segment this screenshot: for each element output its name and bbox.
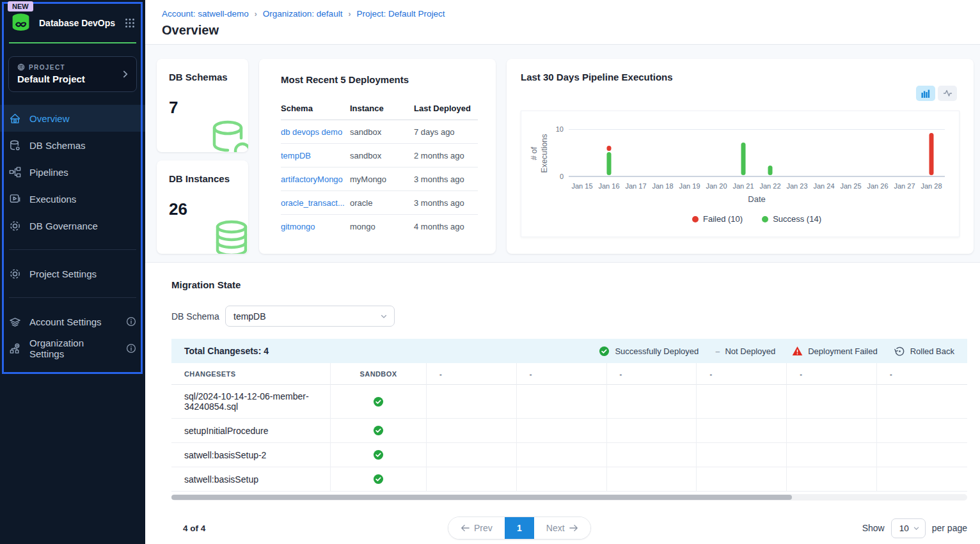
sidebar-item-db-governance[interactable]: DB Governance (0, 212, 145, 239)
changeset-empty-cell (607, 419, 697, 443)
bar-chart-toggle-icon[interactable] (916, 86, 935, 101)
next-page-button[interactable]: Next (534, 517, 590, 539)
sidebar-item-label: Account Settings (29, 316, 102, 327)
chart-x-tick-labels: Jan 15Jan 16Jan 17Jan 18Jan 19Jan 20Jan … (569, 182, 945, 190)
sidebar-item-label: Executions (29, 194, 76, 205)
governance-icon (9, 220, 21, 232)
legend-dot-icon (692, 216, 699, 222)
prev-page-button[interactable]: Prev (448, 517, 505, 539)
col-last-deployed: Last Deployed (414, 104, 478, 113)
play-icon (9, 193, 21, 205)
recent-deployments-card: Most Recent 5 Deployments Schema Instanc… (259, 59, 496, 254)
deployment-instance: mongo (350, 222, 414, 231)
breadcrumb-separator-icon: › (348, 10, 351, 19)
chart-bar-slot-jan-22 (757, 129, 784, 176)
info-icon[interactable] (126, 343, 136, 354)
chart-legend-item: Failed (10) (692, 214, 743, 224)
db-schema-filter-row: DB Schema tempDB (171, 306, 967, 327)
changeset-empty-cell (427, 467, 517, 492)
apps-grid-icon[interactable] (125, 18, 135, 28)
breadcrumb-organization-link[interactable]: Organization: default (263, 9, 343, 19)
y-tick-0: 0 (560, 173, 564, 180)
info-icon[interactable] (126, 316, 136, 327)
overview-cards-zone: DB Schemas 7 DB Instances 26 (145, 45, 980, 262)
chart-bar-slot-jan-24 (810, 129, 837, 176)
sidebar-item-label: DB Schemas (29, 140, 86, 151)
deployment-row: artifactoryMongomyMongo3 months ago (281, 167, 478, 191)
check-icon (373, 425, 384, 436)
chart-bar-slot-jan-17 (622, 129, 649, 176)
y-tick-10: 10 (556, 125, 564, 133)
page-number-button[interactable]: 1 (505, 517, 534, 539)
sidebar-item-organization-settings[interactable]: Organization Settings (0, 335, 145, 362)
migration-state-title: Migration State (171, 279, 967, 290)
changeset-row: sql/2024-10-14-12-06-member-34240854.sql (171, 385, 967, 419)
new-badge: NEW (8, 1, 33, 12)
sidebar-item-project-settings[interactable]: Project Settings (0, 260, 145, 287)
deployment-schema-link[interactable]: db devops demo (281, 127, 350, 137)
changesets-column-header: - (877, 363, 967, 385)
changesets-table: CHANGESETSSANDBOX------ sql/2024-10-14-1… (171, 363, 967, 492)
database-stack-icon (209, 218, 248, 254)
changeset-empty-cell (517, 467, 607, 492)
chart-bar-slot-jan-23 (784, 129, 810, 176)
db-schemas-card-title: DB Schemas (169, 72, 248, 82)
sidebar-item-db-schemas[interactable]: DB Schemas (0, 132, 145, 159)
check-icon (373, 449, 384, 460)
chart-bar-slot-jan-27 (891, 129, 918, 176)
db-schemas-card: DB Schemas 7 (157, 59, 248, 152)
changeset-empty-cell (787, 443, 877, 467)
chevron-down-icon (380, 313, 388, 320)
changeset-name: sql/2024-10-14-12-06-member-34240854.sql (171, 385, 331, 419)
col-instance: Instance (350, 104, 414, 113)
sidebar-nav-secondary: Project Settings (0, 260, 145, 287)
sidebar-item-overview[interactable]: Overview (0, 105, 145, 132)
deployment-schema-link[interactable]: artifactoryMongo (281, 175, 350, 184)
changeset-name: satwell:basisSetup-2 (171, 443, 331, 467)
project-selector[interactable]: PROJECT Default Project (8, 56, 137, 92)
changeset-empty-cell (697, 443, 787, 467)
main-content: Account: satwell-demo › Organization: de… (145, 0, 980, 544)
breadcrumb-project-link[interactable]: Project: Default Project (356, 9, 445, 19)
chart-bar-slot-jan-26 (864, 129, 891, 176)
bar-segment-failed (607, 146, 612, 150)
deployment-instance: sandbox (350, 151, 414, 160)
x-tick-label: Jan 26 (864, 182, 891, 190)
line-chart-toggle-icon[interactable] (938, 86, 957, 101)
changeset-name: setupInitialProcedure (171, 419, 331, 443)
x-axis-title: Date (569, 194, 945, 204)
chevron-down-icon (913, 525, 920, 532)
sidebar-item-pipelines[interactable]: Pipelines (0, 159, 145, 185)
header-accent-rule (9, 42, 136, 43)
page-size-select[interactable]: 10 (891, 518, 926, 538)
deployment-schema-link[interactable]: oracle_transact... (281, 198, 350, 208)
deployment-schema-link[interactable]: tempDB (281, 151, 350, 160)
horizontal-scrollbar-thumb[interactable] (171, 495, 792, 500)
changeset-row: satwell:basisSetup (171, 467, 967, 492)
changesets-column-header: CHANGESETS (171, 363, 331, 385)
changesets-column-header: - (697, 363, 787, 385)
page-title: Overview (162, 23, 980, 38)
deployment-row: tempDBsandbox2 months ago (281, 144, 478, 167)
chart-bar-slot-jan-16 (596, 129, 622, 176)
deployment-schema-link[interactable]: gitmongo (281, 222, 350, 231)
deployment-last-deployed: 4 months ago (414, 222, 478, 231)
x-tick-label: Jan 24 (810, 182, 837, 190)
page-header: Account: satwell-demo › Organization: de… (145, 0, 980, 45)
x-tick-label: Jan 23 (784, 182, 810, 190)
bar-segment-success (768, 166, 773, 175)
page-size-value: 10 (899, 524, 909, 533)
db-schema-select[interactable]: tempDB (225, 306, 395, 327)
col-schema: Schema (281, 104, 350, 113)
gear-icon (9, 268, 21, 280)
sidebar-item-account-settings[interactable]: Account Settings (0, 308, 145, 335)
breadcrumb-account-link[interactable]: Account: satwell-demo (162, 9, 249, 19)
x-tick-label: Jan 27 (891, 182, 918, 190)
y-axis-label: # of Executions (529, 134, 550, 173)
chart-legend-item: Success (14) (762, 214, 821, 224)
x-tick-label: Jan 16 (596, 182, 622, 190)
x-tick-label: Jan 19 (676, 182, 703, 190)
chart-bar-slot-jan-15 (569, 129, 596, 176)
sidebar-item-executions[interactable]: Executions (0, 185, 145, 212)
changeset-sandbox-status (331, 419, 427, 443)
